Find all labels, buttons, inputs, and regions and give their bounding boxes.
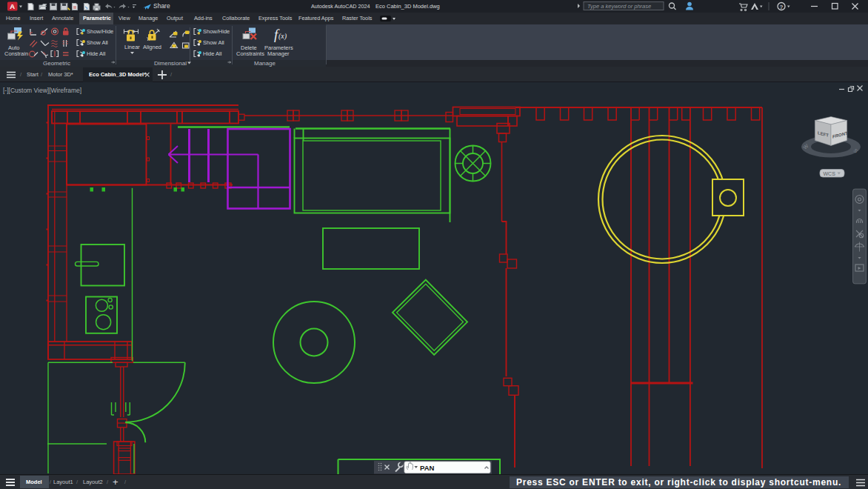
svg-text:[-][Custom View][Wireframe]: [-][Custom View][Wireframe]	[3, 87, 81, 94]
svg-text:(x): (x)	[278, 32, 287, 41]
svg-text:WCS: WCS	[824, 171, 836, 176]
svg-text:Type a keyword or phrase: Type a keyword or phrase	[587, 3, 651, 10]
svg-text:A: A	[10, 2, 15, 10]
svg-text:?: ?	[780, 4, 784, 10]
svg-text:PAN: PAN	[420, 464, 434, 472]
